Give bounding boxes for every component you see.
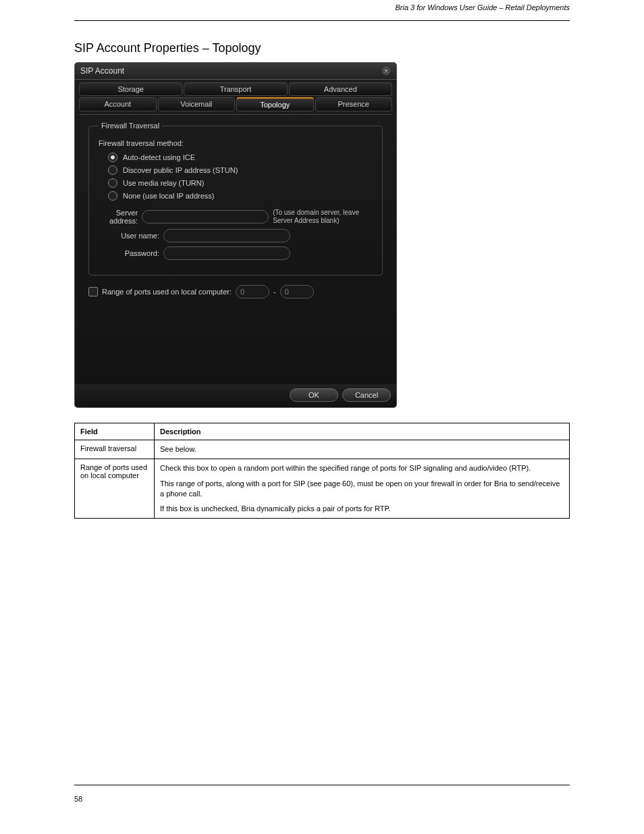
firewall-legend: Firewall Traversal (99, 122, 162, 130)
table-row: Firewall traversal See below. (75, 440, 570, 459)
tab-row-1: Storage Transport Advanced (79, 82, 392, 96)
th-field: Field (75, 423, 155, 440)
radio-icon (108, 191, 117, 201)
firewall-traversal-group: Firewall Traversal Firewall traversal me… (88, 122, 383, 276)
port-to-input[interactable] (280, 285, 314, 298)
server-address-input[interactable] (142, 210, 269, 224)
ports-checkbox[interactable] (88, 287, 98, 296)
header-rule (74, 20, 570, 21)
radio-icon (108, 153, 117, 162)
radio-icon (108, 165, 117, 175)
tab-transport[interactable]: Transport (184, 82, 287, 96)
cell-desc: See below. (155, 440, 570, 459)
th-description: Description (155, 423, 570, 440)
radio-group: Auto-detect using ICE Discover public IP… (99, 153, 373, 201)
server-address-label: Server address: (99, 209, 138, 225)
tab-topology[interactable]: Topology (236, 97, 314, 111)
radio-turn[interactable]: Use media relay (TURN) (108, 178, 373, 188)
page-number: 58 (74, 795, 82, 803)
desc-p: If this box is unchecked, Bria dynamical… (160, 504, 564, 514)
table-row: Range of ports used on local computer Ch… (75, 459, 570, 518)
tab-voicemail[interactable]: Voicemail (158, 97, 236, 111)
ports-row: Range of ports used on local computer: - (88, 285, 383, 298)
fields-table: Field Description Firewall traversal See… (74, 423, 570, 519)
desc-p: Check this box to open a random port wit… (160, 463, 564, 473)
tab-row-2: Account Voicemail Topology Presence (79, 97, 392, 111)
ports-label: Range of ports used on local computer: (102, 288, 232, 296)
ports-dash: - (273, 288, 276, 296)
radio-stun[interactable]: Discover public IP address (STUN) (108, 165, 373, 175)
tab-advanced[interactable]: Advanced (289, 82, 392, 96)
tab-presence[interactable]: Presence (315, 97, 393, 111)
tabs: Storage Transport Advanced Account Voice… (75, 80, 396, 111)
dialog-titlebar: SIP Account (75, 63, 396, 80)
username-label: User name: (99, 232, 159, 240)
password-input[interactable] (163, 246, 290, 260)
button-bar: OK Cancel (75, 384, 396, 407)
footer-rule (74, 785, 570, 785)
server-address-hint: (To use domain server, leave Server Addr… (273, 209, 373, 225)
radio-label: Discover public IP address (STUN) (123, 166, 238, 174)
radio-label: Use media relay (TURN) (123, 179, 204, 187)
dialog-title: SIP Account (80, 63, 124, 79)
radio-none[interactable]: None (use local IP address) (108, 191, 373, 201)
radio-label: Auto-detect using ICE (123, 153, 195, 161)
desc-p: See below. (160, 444, 564, 454)
cell-field: Range of ports used on local computer (75, 459, 155, 518)
cancel-button[interactable]: Cancel (342, 388, 391, 402)
cell-desc: Check this box to open a random port wit… (155, 459, 570, 518)
radio-auto-detect-ice[interactable]: Auto-detect using ICE (108, 153, 373, 162)
username-input[interactable] (163, 229, 290, 242)
radio-icon (108, 178, 117, 188)
tab-content: Firewall Traversal Firewall traversal me… (79, 114, 392, 384)
password-label: Password: (99, 249, 159, 257)
running-header: Bria 3 for Windows User Guide – Retail D… (395, 3, 570, 11)
port-from-input[interactable] (236, 285, 269, 298)
close-icon[interactable] (381, 66, 391, 76)
tab-account[interactable]: Account (79, 97, 157, 111)
radio-label: None (use local IP address) (123, 192, 215, 200)
tab-storage[interactable]: Storage (79, 82, 182, 96)
ok-button[interactable]: OK (290, 388, 338, 402)
method-label: Firewall traversal method: (99, 139, 373, 147)
desc-p: This range of ports, along with a port f… (160, 479, 564, 499)
section-heading: SIP Account Properties – Topology (74, 41, 570, 55)
sip-account-dialog: SIP Account Storage Transport Advanced A… (74, 62, 397, 408)
cell-field: Firewall traversal (75, 440, 155, 459)
